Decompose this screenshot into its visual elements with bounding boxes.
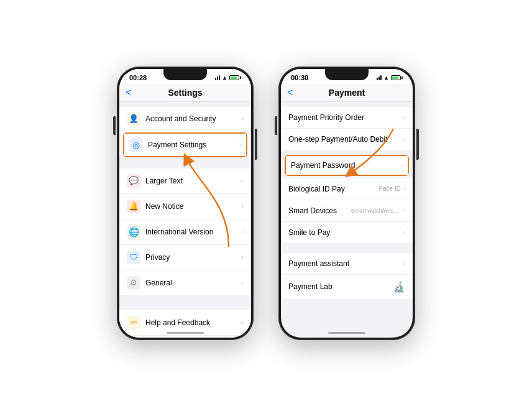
privacy-icon: 🛡 [127, 251, 140, 264]
battery-icon [229, 75, 241, 80]
account-chevron: › [242, 115, 244, 122]
phone2: 00:30 ▲ [278, 67, 415, 340]
smart-devices-item[interactable]: Smart Devices Smart watch/wristband/card… [281, 200, 413, 222]
phone1-screen: 00:28 ▲ [119, 69, 251, 338]
one-step-chevron: › [403, 136, 405, 142]
biological-item[interactable]: Biological ID Pay Face ID › [281, 178, 413, 200]
new-notice-icon: 🔔 [127, 200, 140, 213]
larger-text-item[interactable]: 💬 Larger Text › [119, 168, 251, 194]
smart-devices-value: Smart watch/wristband/card,a... [351, 208, 401, 214]
international-icon: 🌐 [127, 225, 140, 239]
phone2-nav-title: Payment [329, 88, 365, 98]
lab-item[interactable]: Payment Lab 🔬 [281, 275, 413, 299]
phone1-nav-title: Settings [168, 88, 202, 98]
payment-settings-highlighted[interactable]: ◎ Payment Settings › [123, 132, 247, 157]
bar1 [215, 78, 216, 80]
payment-gap1 [281, 248, 413, 253]
gap1 [119, 159, 251, 164]
phone1: 00:28 ▲ [117, 67, 254, 340]
smile-pay-label: Smile to Pay [288, 228, 403, 237]
phone1-wrapper: 00:28 ▲ [117, 67, 254, 340]
payment-settings-item[interactable]: ◎ Payment Settings › [124, 134, 246, 156]
payment-password-highlighted[interactable]: Payment Password › [285, 155, 409, 176]
phone2-status-icons: ▲ [377, 75, 403, 81]
bar2 [217, 76, 218, 80]
smart-devices-label: Smart Devices [288, 206, 351, 215]
help-icon: ✏ [127, 316, 140, 330]
new-notice-item[interactable]: 🔔 New Notice › [119, 194, 251, 219]
international-item[interactable]: 🌐 International Version › [119, 219, 251, 245]
phone2-time: 00:30 [291, 74, 308, 81]
new-notice-chevron: › [242, 203, 244, 210]
general-item[interactable]: ⚙ General › [119, 270, 251, 295]
assistant-label: Payment assistant [288, 259, 403, 268]
payment-password-chevron: › [401, 162, 403, 168]
account-item[interactable]: 👤 Account and Security › [119, 107, 251, 131]
phone1-back-button[interactable]: < [126, 87, 131, 98]
phone2-signal-icon [377, 75, 382, 80]
larger-text-icon: 💬 [127, 174, 140, 188]
payment-password-item[interactable]: Payment Password › [286, 156, 408, 175]
priority-item[interactable]: Payment Priority Order › [281, 107, 413, 129]
bar2 [378, 76, 380, 80]
phone1-time: 00:28 [129, 74, 147, 81]
bar1 [377, 78, 378, 80]
biological-chevron: › [403, 185, 405, 192]
phone2-back-button[interactable]: < [287, 87, 293, 98]
phone2-wrapper: 00:30 ▲ [278, 67, 415, 340]
bar3 [380, 75, 382, 80]
wifi-icon: ▲ [222, 75, 227, 81]
smile-pay-item[interactable]: Smile to Pay › [281, 222, 413, 243]
main-container: 00:28 ▲ [104, 54, 428, 353]
phone1-status-icons: ▲ [215, 75, 241, 81]
larger-text-chevron: › [242, 177, 244, 184]
account-icon: 👤 [127, 112, 140, 126]
lab-label: Payment Lab [288, 282, 393, 291]
privacy-label: Privacy [145, 253, 242, 262]
general-label: General [145, 279, 242, 287]
phone1-nav: < Settings [119, 84, 251, 102]
phone1-notch [163, 69, 207, 80]
one-step-item[interactable]: One-step Payment/Auto Debit › [281, 129, 413, 150]
international-chevron: › [242, 228, 244, 235]
payment-settings-label: Payment Settings [148, 141, 239, 149]
privacy-chevron: › [242, 254, 244, 261]
phone1-home-indicator [167, 332, 204, 334]
payment-settings-chevron: › [239, 141, 241, 148]
biological-label: Biological ID Pay [288, 185, 379, 193]
assistant-item[interactable]: Payment assistant › [281, 253, 413, 275]
phone2-nav: < Payment [281, 84, 413, 102]
payment-password-label: Payment Password [291, 161, 401, 170]
one-step-label: One-step Payment/Auto Debit [288, 135, 403, 144]
payment-section-3: Payment assistant › Payment Lab 🔬 [281, 253, 413, 299]
gap2 [119, 300, 251, 305]
general-icon: ⚙ [127, 276, 140, 290]
about-item[interactable]: ℹ About Version 10.5.10 › [119, 336, 251, 338]
biological-value: Face ID [379, 185, 401, 192]
new-notice-label: New Notice [145, 202, 242, 211]
phone2-battery-icon [391, 75, 403, 80]
phone1-content: 👤 Account and Security › ◎ Payment Setti… [119, 102, 251, 338]
priority-chevron: › [403, 114, 405, 121]
phone2-screen: 00:30 ▲ [281, 69, 413, 338]
payment-section-1: Payment Priority Order › One-step Paymen… [281, 107, 413, 150]
phone2-wifi-icon: ▲ [383, 75, 389, 81]
signal-icon [215, 75, 220, 80]
help-chevron: › [242, 319, 244, 326]
smile-pay-chevron: › [403, 229, 405, 236]
payment-section-2: Biological ID Pay Face ID › Smart Device… [281, 178, 413, 243]
help-label: Help and Feedback [145, 318, 242, 327]
larger-text-label: Larger Text [145, 177, 242, 185]
menu-section-1: 👤 Account and Security › ◎ Payment Setti… [119, 107, 251, 157]
account-label: Account and Security [145, 114, 242, 123]
assistant-chevron: › [403, 260, 405, 267]
international-label: International Version [145, 228, 242, 236]
phone2-home-indicator [328, 332, 365, 334]
privacy-item[interactable]: 🛡 Privacy › [119, 245, 251, 270]
phone2-content: Payment Priority Order › One-step Paymen… [281, 102, 413, 338]
menu-section-2: 💬 Larger Text › 🔔 New Notice › 🌐 Interna… [119, 168, 251, 295]
phone2-notch [325, 69, 369, 80]
payment-settings-icon: ◎ [129, 138, 143, 152]
smart-devices-chevron: › [403, 207, 405, 214]
priority-label: Payment Priority Order [288, 113, 403, 122]
